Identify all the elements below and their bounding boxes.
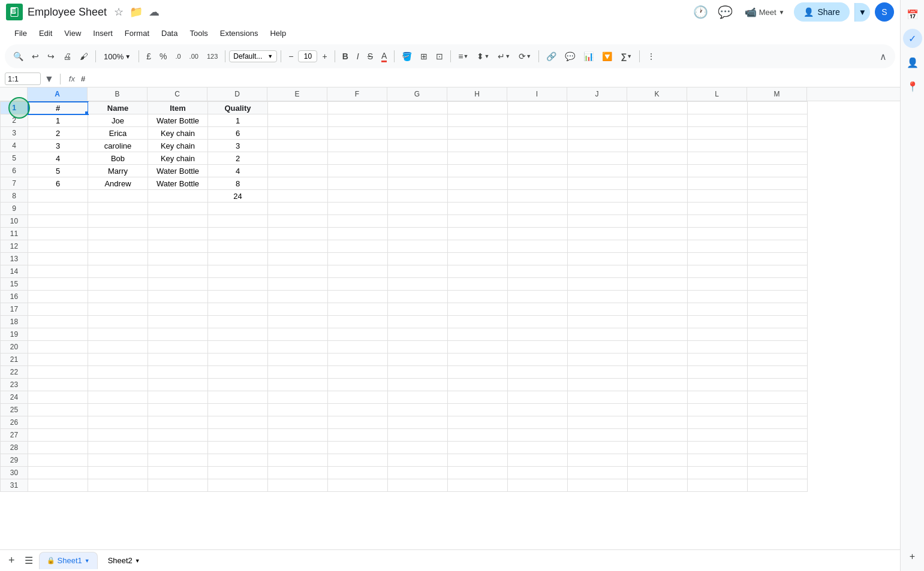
cell-1-31[interactable] [88, 479, 148, 492]
cell-l6[interactable] [688, 165, 748, 177]
cell-2-26[interactable] [148, 416, 208, 429]
cell-e5[interactable] [268, 152, 328, 165]
row-num-22[interactable]: 22 [1, 366, 28, 379]
row-num-9[interactable]: 9 [1, 203, 28, 215]
menu-help[interactable]: Help [265, 26, 291, 40]
cell-0-17[interactable] [28, 303, 88, 316]
cell-3-18[interactable] [208, 316, 268, 328]
cell-5-17[interactable] [328, 303, 388, 316]
cell-2-20[interactable] [148, 341, 208, 354]
cell-9-13[interactable] [568, 253, 628, 265]
cell-5-13[interactable] [328, 253, 388, 265]
cell-7-12[interactable] [448, 240, 508, 253]
cell-5-31[interactable] [328, 479, 388, 492]
cell-1-28[interactable] [88, 442, 148, 454]
cell-4-30[interactable] [268, 467, 328, 479]
cell-7-20[interactable] [448, 341, 508, 354]
cell-c8[interactable] [148, 190, 208, 203]
cell-d2[interactable]: 1 [208, 114, 268, 127]
undo-button[interactable]: ↩ [28, 49, 43, 64]
cell-l2[interactable] [688, 114, 748, 127]
cell-c1[interactable]: Item [148, 102, 208, 114]
cell-11-15[interactable] [688, 278, 748, 291]
cell-6-14[interactable] [388, 265, 448, 278]
cell-12-15[interactable] [748, 278, 808, 291]
cell-f3[interactable] [328, 127, 388, 140]
cell-5-23[interactable] [328, 379, 388, 391]
row-num-2[interactable]: 2 [1, 114, 28, 127]
cell-1-19[interactable] [88, 328, 148, 341]
cell-j4[interactable] [568, 140, 628, 152]
cell-4-28[interactable] [268, 442, 328, 454]
cell-11-25[interactable] [688, 404, 748, 416]
cell-6-24[interactable] [388, 391, 448, 404]
cell-3-22[interactable] [208, 366, 268, 379]
cell-m6[interactable] [748, 165, 808, 177]
cell-3-13[interactable] [208, 253, 268, 265]
cell-11-19[interactable] [688, 328, 748, 341]
row-num-10[interactable]: 10 [1, 215, 28, 228]
cell-10-23[interactable] [628, 379, 688, 391]
decimal-decrease-button[interactable]: .0 [171, 50, 184, 62]
cell-6-25[interactable] [388, 404, 448, 416]
menu-file[interactable]: File [10, 26, 32, 40]
cell-12-13[interactable] [748, 253, 808, 265]
row-num-20[interactable]: 20 [1, 341, 28, 354]
cell-5-18[interactable] [328, 316, 388, 328]
cell-12-12[interactable] [748, 240, 808, 253]
font-size-decrease-button[interactable]: − [285, 49, 297, 64]
cell-2-29[interactable] [148, 454, 208, 467]
cell-7-22[interactable] [448, 366, 508, 379]
cell-l5[interactable] [688, 152, 748, 165]
cell-12-17[interactable] [748, 303, 808, 316]
cell-10-12[interactable] [628, 240, 688, 253]
col-header-m[interactable]: M [747, 87, 807, 101]
cell-f8[interactable] [328, 190, 388, 203]
cell-5-24[interactable] [328, 391, 388, 404]
cell-7-28[interactable] [448, 442, 508, 454]
row-num-16[interactable]: 16 [1, 291, 28, 303]
cell-1-20[interactable] [88, 341, 148, 354]
cell-4-17[interactable] [268, 303, 328, 316]
cell-5-29[interactable] [328, 454, 388, 467]
zoom-control[interactable]: 100% ▼ [100, 50, 135, 63]
cell-3-10[interactable] [208, 215, 268, 228]
row-num-15[interactable]: 15 [1, 278, 28, 291]
cell-12-16[interactable] [748, 291, 808, 303]
cell-h2[interactable] [448, 114, 508, 127]
cell-b2[interactable]: Joe [88, 114, 148, 127]
cell-10-18[interactable] [628, 316, 688, 328]
cell-6-17[interactable] [388, 303, 448, 316]
cell-i7[interactable] [508, 177, 568, 190]
cell-k6[interactable] [628, 165, 688, 177]
cell-4-16[interactable] [268, 291, 328, 303]
cell-3-24[interactable] [208, 391, 268, 404]
cell-d6[interactable]: 4 [208, 165, 268, 177]
cell-5-14[interactable] [328, 265, 388, 278]
cell-7-21[interactable] [448, 354, 508, 366]
cell-g6[interactable] [388, 165, 448, 177]
cell-10-13[interactable] [628, 253, 688, 265]
cell-7-14[interactable] [448, 265, 508, 278]
cell-e6[interactable] [268, 165, 328, 177]
cell-2-24[interactable] [148, 391, 208, 404]
cell-12-18[interactable] [748, 316, 808, 328]
star-icon[interactable]: ☆ [114, 5, 124, 19]
format-number-button[interactable]: 123 [203, 50, 221, 62]
cell-6-30[interactable] [388, 467, 448, 479]
col-header-c[interactable]: C [148, 87, 207, 101]
cell-1-24[interactable] [88, 391, 148, 404]
cell-0-15[interactable] [28, 278, 88, 291]
row-num-4[interactable]: 4 [1, 140, 28, 152]
cell-6-26[interactable] [388, 416, 448, 429]
merge-cells-button[interactable]: ⊡ [432, 49, 447, 64]
cell-1-13[interactable] [88, 253, 148, 265]
cell-9-26[interactable] [568, 416, 628, 429]
cell-5-16[interactable] [328, 291, 388, 303]
cell-3-28[interactable] [208, 442, 268, 454]
cell-d7[interactable]: 8 [208, 177, 268, 190]
cell-6-15[interactable] [388, 278, 448, 291]
menu-edit[interactable]: Edit [34, 26, 57, 40]
cell-9-24[interactable] [568, 391, 628, 404]
cell-f7[interactable] [328, 177, 388, 190]
